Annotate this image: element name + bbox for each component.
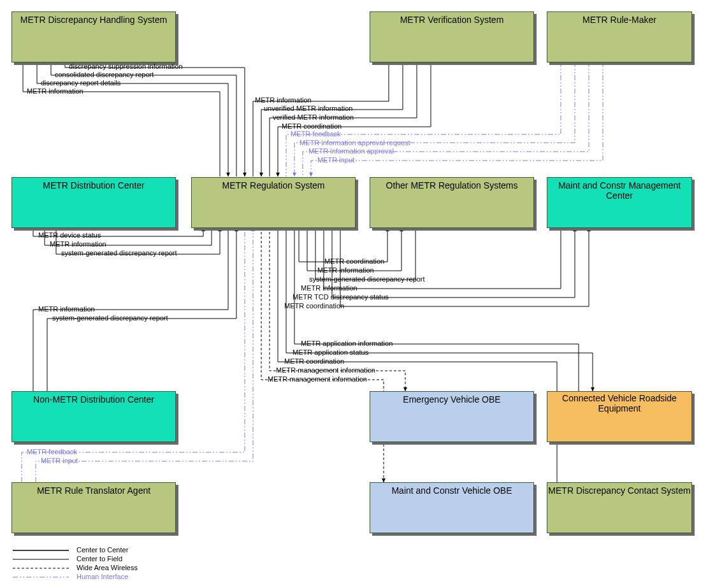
box-other-regulation[interactable]: Other METR Regulation Systems bbox=[370, 177, 534, 228]
flow-cv-3: METR coordination bbox=[284, 357, 344, 365]
flow-rm-3: METR information approval bbox=[308, 147, 394, 155]
box-maint-vehicle-obe[interactable]: Maint and Constr Vehicle OBE bbox=[370, 482, 534, 533]
legend-waw: Wide Area Wireless bbox=[76, 564, 138, 571]
box-non-metr-dist[interactable]: Non-METR Distribution Center bbox=[11, 391, 176, 442]
flow-dh-1: METR information bbox=[27, 87, 83, 95]
flow-rm-2: METR information approval request bbox=[300, 139, 410, 147]
flow-dc-2: METR information bbox=[50, 240, 106, 248]
label: Connected Vehicle Roadside Equipment bbox=[547, 393, 691, 413]
flow-or-3: system-generated discrepancy report bbox=[309, 275, 425, 283]
flow-dc-3: system-generated discrepancy report bbox=[61, 249, 177, 257]
box-maint-mgmt[interactable]: Maint and Constr Management Center bbox=[547, 177, 692, 228]
label: METR Discrepancy Handling System bbox=[20, 15, 167, 25]
flow-mm-3: METR coordination bbox=[284, 302, 344, 310]
flow-or-1: METR coordination bbox=[324, 257, 384, 265]
box-distribution-center[interactable]: METR Distribution Center bbox=[11, 177, 176, 228]
legend-c2f: Center to Field bbox=[76, 555, 122, 563]
flow-vs-3: verified METR information bbox=[273, 113, 354, 121]
label: Emergency Vehicle OBE bbox=[403, 394, 500, 405]
flow-vs-2: unverified METR information bbox=[264, 104, 352, 112]
box-rule-translator[interactable]: METR Rule Translator Agent bbox=[11, 482, 176, 533]
legend-c2c: Center to Center bbox=[76, 546, 128, 554]
flow-or-2: METR information bbox=[317, 266, 374, 274]
label: METR Rule Translator Agent bbox=[37, 485, 150, 496]
flow-vs-1: METR information bbox=[255, 96, 312, 104]
flow-dh-3: consolidated discrepancy report bbox=[55, 71, 154, 78]
label: METR Regulation System bbox=[222, 180, 324, 190]
label: Maint and Constr Management Center bbox=[547, 180, 691, 201]
flow-mv-1: METR management information bbox=[268, 375, 367, 383]
label: METR Distribution Center bbox=[43, 180, 145, 190]
flow-rm-4: METR input bbox=[317, 156, 354, 164]
box-cv-roadside[interactable]: Connected Vehicle Roadside Equipment bbox=[547, 391, 692, 442]
box-discrepancy-contact[interactable]: METR Discrepancy Contact System bbox=[547, 482, 692, 533]
label: Other METR Regulation Systems bbox=[386, 180, 518, 190]
box-discrepancy-handling[interactable]: METR Discrepancy Handling System bbox=[11, 11, 176, 62]
label: Maint and Constr Vehicle OBE bbox=[391, 485, 512, 496]
flow-ev-1: METR management information bbox=[276, 366, 375, 374]
flow-mm-1: METR information bbox=[301, 284, 358, 292]
flow-vs-4: METR coordination bbox=[282, 122, 342, 130]
flow-nm-2: system-generated discrepancy report bbox=[52, 314, 168, 322]
flow-cv-1: METR application information bbox=[301, 340, 393, 347]
flow-dh-2: discrepancy report details bbox=[41, 79, 120, 87]
legend-hi: Human Interface bbox=[76, 573, 128, 580]
flow-mm-2: METR TCD discrepancy status bbox=[293, 293, 389, 301]
flow-rt-1: METR feedback bbox=[27, 448, 77, 455]
box-verification[interactable]: METR Verification System bbox=[370, 11, 534, 62]
box-emergency-obe[interactable]: Emergency Vehicle OBE bbox=[370, 391, 534, 442]
flow-rt-2: METR input bbox=[41, 457, 78, 464]
flow-cv-2: METR application status bbox=[293, 348, 368, 356]
box-rule-maker[interactable]: METR Rule-Maker bbox=[547, 11, 692, 62]
box-regulation[interactable]: METR Regulation System bbox=[191, 177, 356, 228]
flow-dc-1: METR device status bbox=[38, 231, 101, 239]
flow-rm-1: METR feedback bbox=[291, 130, 341, 138]
label: Non-METR Distribution Center bbox=[33, 394, 154, 405]
flow-dh-4: discrepancy suppression information bbox=[69, 62, 183, 70]
flow-nm-1: METR information bbox=[38, 305, 95, 313]
label: METR Discrepancy Contact System bbox=[548, 485, 690, 496]
label: METR Verification System bbox=[400, 15, 504, 25]
label: METR Rule-Maker bbox=[582, 15, 656, 25]
